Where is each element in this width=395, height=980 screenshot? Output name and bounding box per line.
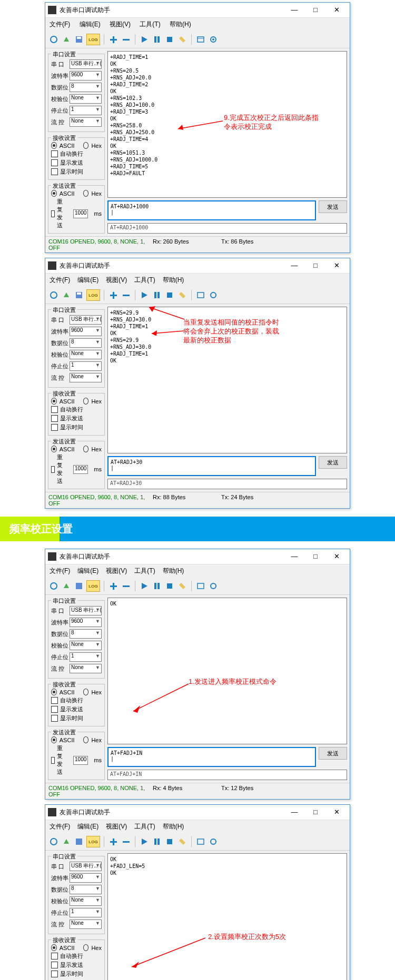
receive-textarea[interactable]: +RNS=29.9 +RNS_ADJ=30.0 +RADJ_TIME=1 OK … (107, 307, 347, 453)
close-button[interactable]: ✕ (326, 259, 347, 272)
save-icon[interactable] (74, 290, 84, 300)
baud-select[interactable]: 9600 (70, 618, 102, 627)
clear-icon[interactable] (177, 581, 187, 591)
minimize-button[interactable]: — (284, 805, 305, 819)
pause-icon[interactable] (152, 836, 162, 847)
send-button[interactable]: 发送 (319, 200, 347, 213)
port-select[interactable]: USB 串行... (COM (70, 862, 102, 871)
showtime-check[interactable] (51, 168, 58, 175)
autowrap-check[interactable] (51, 697, 58, 704)
stop-icon[interactable] (164, 34, 175, 45)
repeat-check[interactable] (51, 466, 55, 473)
clear-icon[interactable] (177, 836, 187, 847)
settings-icon[interactable] (208, 290, 219, 300)
minimize-button[interactable]: — (284, 550, 305, 563)
menu-file[interactable]: 文件(F) (50, 567, 70, 574)
menu-edit[interactable]: 编辑(E) (80, 21, 101, 28)
menu-edit[interactable]: 编辑(E) (77, 276, 98, 284)
data-select[interactable]: 8 (70, 629, 102, 639)
settings-icon[interactable] (208, 836, 219, 847)
menu-view[interactable]: 视图(V) (106, 276, 127, 284)
flow-select[interactable]: None (70, 664, 102, 673)
log-icon[interactable]: LOG (86, 580, 100, 592)
clear-icon[interactable] (177, 34, 187, 45)
maximize-button[interactable]: □ (305, 259, 326, 272)
menu-tool[interactable]: 工具(T) (134, 276, 155, 284)
minimize-button[interactable]: — (284, 3, 305, 17)
data-select[interactable]: 8 (70, 83, 102, 92)
close-button[interactable]: ✕ (326, 3, 347, 17)
maximize-button[interactable]: □ (305, 3, 326, 17)
receive-textarea[interactable]: +RADJ_TIME=1 OK +RNS=20.5 +RNS_ADJ=20.0 … (107, 51, 347, 198)
repeat-interval-input[interactable]: 1000 (73, 756, 88, 765)
showsend-check[interactable] (51, 159, 58, 166)
power-icon[interactable] (48, 34, 59, 45)
remove-icon[interactable] (121, 290, 131, 300)
baud-select[interactable]: 9600 (70, 327, 102, 336)
play-icon[interactable] (139, 836, 150, 847)
recv-hex-radio[interactable] (83, 142, 89, 149)
recycle-icon[interactable] (61, 581, 72, 591)
play-icon[interactable] (139, 581, 150, 591)
save-icon[interactable] (74, 836, 84, 847)
menu-view[interactable]: 视图(V) (106, 823, 127, 830)
maximize-button[interactable]: □ (305, 550, 326, 563)
flow-select[interactable]: None (70, 373, 102, 382)
data-select[interactable]: 8 (70, 885, 102, 894)
power-icon[interactable] (48, 290, 59, 300)
showtime-check[interactable] (51, 424, 58, 431)
parity-select[interactable]: None (70, 896, 102, 906)
baud-select[interactable]: 9600 (70, 71, 102, 80)
autowrap-check[interactable] (51, 150, 58, 157)
send-hex-radio[interactable] (83, 446, 89, 452)
send-hex-radio[interactable] (83, 736, 89, 743)
send-textarea[interactable]: AT+FADJ+IN| (107, 747, 316, 767)
parity-select[interactable]: None (70, 94, 102, 104)
minimize-button[interactable]: — (284, 259, 305, 272)
menu-help[interactable]: 帮助(H) (170, 21, 191, 28)
log-icon[interactable]: LOG (86, 34, 100, 45)
menu-help[interactable]: 帮助(H) (163, 567, 184, 574)
repeat-interval-input[interactable]: 1000 (73, 465, 88, 474)
add-icon[interactable] (108, 290, 118, 300)
flow-select[interactable]: None (70, 117, 102, 127)
stop-icon[interactable] (164, 836, 175, 847)
port-select[interactable]: USB 串行... (COM (70, 315, 102, 325)
menu-tool[interactable]: 工具(T) (134, 567, 155, 574)
window-icon[interactable] (195, 34, 206, 45)
menu-help[interactable]: 帮助(H) (163, 823, 184, 830)
send-ascii-radio[interactable] (51, 190, 57, 197)
autowrap-check[interactable] (51, 953, 58, 959)
menu-file[interactable]: 文件(F) (50, 276, 70, 284)
log-icon[interactable]: LOG (86, 836, 100, 847)
menu-view[interactable]: 视图(V) (110, 21, 131, 28)
recv-hex-radio[interactable] (83, 944, 89, 951)
recv-hex-radio[interactable] (83, 398, 89, 405)
menu-help[interactable]: 帮助(H) (163, 276, 184, 284)
menu-view[interactable]: 视图(V) (106, 567, 127, 574)
showtime-check[interactable] (51, 971, 58, 977)
settings-icon[interactable] (208, 34, 219, 45)
close-button[interactable]: ✕ (326, 805, 347, 819)
port-select[interactable]: USB 串行... (COM (70, 59, 102, 69)
send-textarea[interactable]: AT+RADJ+1000| (107, 200, 316, 220)
parity-select[interactable]: None (70, 641, 102, 650)
menu-tool[interactable]: 工具(T) (140, 21, 160, 28)
receive-textarea[interactable]: OK +FADJ_LEN=5 OK (107, 853, 347, 980)
showtime-check[interactable] (51, 715, 58, 722)
recv-hex-radio[interactable] (83, 689, 89, 695)
clear-icon[interactable] (177, 290, 187, 300)
receive-textarea[interactable]: OK (107, 598, 347, 744)
add-icon[interactable] (108, 34, 118, 45)
window-icon[interactable] (195, 581, 206, 591)
close-button[interactable]: ✕ (326, 550, 347, 563)
showsend-check[interactable] (51, 415, 58, 422)
repeat-interval-input[interactable]: 1000 (73, 209, 88, 218)
maximize-button[interactable]: □ (305, 805, 326, 819)
menu-file[interactable]: 文件(F) (50, 21, 70, 28)
stop-select[interactable]: 1 (70, 106, 102, 115)
autowrap-check[interactable] (51, 406, 58, 413)
repeat-check[interactable] (51, 757, 55, 764)
stop-icon[interactable] (164, 290, 175, 300)
send-textarea[interactable]: AT+RADJ+30| (107, 456, 316, 476)
